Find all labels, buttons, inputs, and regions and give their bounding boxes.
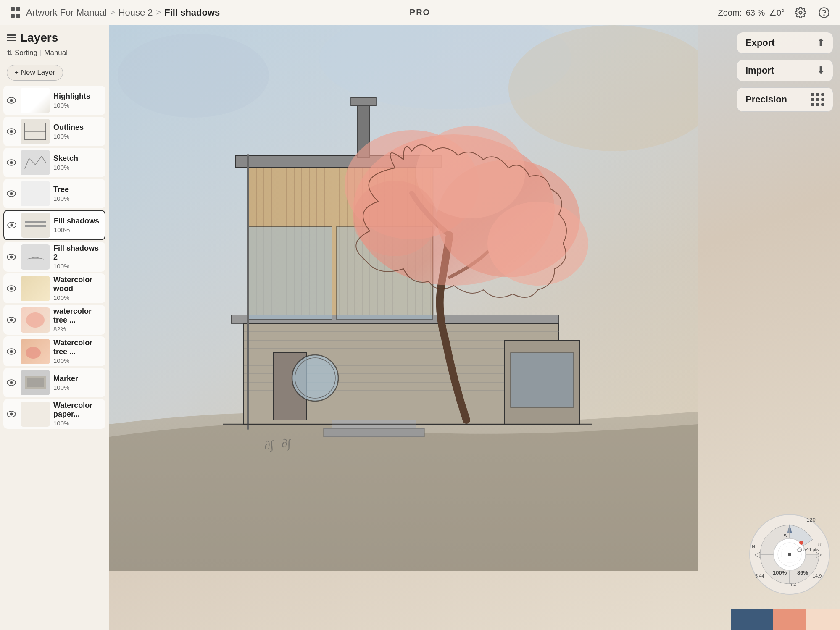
layer-thumb-highlights [21, 88, 50, 113]
svg-text:86%: 86% [797, 570, 808, 576]
settings-button[interactable] [793, 5, 808, 20]
layer-name-watercolor-tree-2: Watercolor tree ... [53, 339, 103, 356]
wheel-label-544: 5.44 [755, 573, 764, 578]
layer-thumb-fill-shadows [21, 213, 50, 238]
layer-item-watercolor-tree[interactable]: watercolor tree ... 82% [3, 305, 105, 335]
svg-point-14 [11, 224, 13, 227]
layer-name-sketch: Sketch [53, 154, 78, 163]
svg-point-6 [10, 130, 13, 133]
svg-point-102 [799, 541, 803, 545]
sidebar-header: Layers [0, 25, 109, 45]
layer-thumb-outlines [21, 119, 50, 144]
layer-opacity-watercolor-wood: 100% [53, 294, 103, 301]
color-swatches [731, 609, 840, 630]
layer-info-watercolor-tree-2: Watercolor tree ... 100% [53, 339, 103, 364]
precision-dots-icon [811, 93, 824, 106]
header-left: Artwork For Manual > House 2 > Fill shad… [8, 6, 718, 19]
eye-button-watercolor-tree-2[interactable] [5, 346, 17, 357]
eye-icon [7, 97, 16, 104]
sorting-label: Sorting [15, 49, 37, 57]
layer-thumb-watercolor-wood [21, 276, 50, 301]
layer-thumb-watercolor-tree-2 [21, 339, 50, 364]
eye-icon [7, 379, 16, 386]
eye-button-highlights[interactable] [5, 94, 17, 106]
svg-point-28 [10, 381, 13, 384]
hamburger-menu[interactable] [7, 34, 16, 41]
layer-opacity-tree: 100% [53, 195, 69, 202]
svg-point-87 [487, 202, 588, 286]
help-button[interactable] [816, 5, 832, 20]
layer-item-marker[interactable]: Marker 100% [3, 368, 105, 397]
eye-button-watercolor-paper[interactable] [5, 408, 17, 420]
sorting-divider: | [40, 49, 42, 57]
export-button[interactable]: Export ⬆ [737, 32, 833, 54]
eye-button-outlines[interactable] [5, 126, 17, 137]
layer-info-marker: Marker 100% [53, 374, 78, 391]
svg-text:∂∫: ∂∫ [282, 437, 292, 451]
layer-info-highlights: Highlights 100% [53, 92, 90, 109]
import-button[interactable]: Import ⬇ [737, 60, 833, 81]
svg-point-32 [10, 412, 13, 415]
new-layer-button[interactable]: + New Layer [7, 65, 63, 81]
layer-thumb-marker [21, 370, 50, 395]
breadcrumb-sep-1: > [110, 8, 115, 17]
sorting-bar: ⇅ Sorting | Manual [7, 49, 102, 57]
layer-item-fill-shadows-2[interactable]: Fill shadows 2 100% [3, 242, 105, 272]
color-swatch-salmon[interactable] [773, 609, 806, 630]
eye-icon [7, 159, 16, 166]
layer-thumb-tree [21, 181, 50, 206]
color-swatch-peach[interactable] [806, 609, 840, 630]
grid-icon[interactable] [8, 6, 22, 19]
eye-icon [7, 317, 16, 323]
svg-point-4 [10, 99, 13, 102]
sorting-icon: ⇅ [7, 49, 12, 57]
svg-point-18 [10, 255, 13, 258]
eye-icon [7, 411, 16, 417]
eye-button-tree[interactable] [5, 188, 17, 200]
radial-wheel[interactable]: 120 81.1 14.9 4.2 5.44 N [748, 512, 832, 596]
layer-item-highlights[interactable]: Highlights 100% [3, 86, 105, 115]
artwork-svg: ∂∫ ∂∫ [109, 25, 698, 571]
svg-text:.544 pts: .544 pts [802, 547, 819, 552]
layer-item-watercolor-wood[interactable]: Watercolor wood 100% [3, 273, 105, 303]
eye-button-fill-shadows[interactable] [6, 219, 18, 231]
eye-button-marker[interactable] [5, 377, 17, 388]
layer-item-outlines[interactable]: Outlines 100% [3, 117, 105, 146]
layer-opacity-outlines: 100% [53, 133, 84, 140]
layer-opacity-fill-shadows-2: 100% [53, 262, 103, 270]
color-swatch-blue[interactable] [731, 609, 773, 630]
layer-name-marker: Marker [53, 374, 78, 383]
layer-name-watercolor-tree: watercolor tree ... [53, 307, 103, 325]
layer-info-fill-shadows: Fill shadows 100% [54, 217, 99, 234]
layer-item-watercolor-paper[interactable]: Watercolor paper... 100% [3, 399, 105, 429]
layer-info-tree: Tree 100% [53, 185, 69, 202]
eye-button-watercolor-tree[interactable] [5, 314, 17, 326]
wheel-label-n: N [752, 544, 755, 549]
eye-icon [7, 254, 16, 260]
layers-title: Layers [20, 31, 58, 45]
svg-text:◁: ◁ [754, 550, 760, 559]
current-page: Fill shadows [164, 7, 220, 18]
layer-name-fill-shadows-2: Fill shadows 2 [53, 244, 103, 262]
eye-button-fill-shadows-2[interactable] [5, 251, 17, 263]
layer-info-watercolor-wood: Watercolor wood 100% [53, 276, 103, 301]
layer-thumb-sketch [21, 150, 50, 175]
project-link[interactable]: Artwork For Manual [26, 7, 107, 18]
svg-point-26 [26, 347, 41, 359]
layer-opacity-marker: 100% [53, 384, 78, 391]
svg-rect-30 [27, 378, 44, 387]
layer-thumb-watercolor-tree [21, 307, 50, 333]
layer-item-fill-shadows[interactable]: Fill shadows 100% [3, 210, 105, 240]
layer-item-sketch[interactable]: Sketch 100% [3, 148, 105, 177]
layer-item-tree[interactable]: Tree 100% [3, 179, 105, 208]
layer-name-watercolor-wood: Watercolor wood [53, 276, 103, 293]
eye-button-watercolor-wood[interactable] [5, 283, 17, 294]
sorting-mode[interactable]: Manual [44, 49, 68, 57]
precision-button[interactable]: Precision [737, 87, 833, 112]
svg-point-20 [10, 287, 13, 290]
svg-point-80 [292, 355, 338, 401]
folder-link[interactable]: House 2 [118, 7, 153, 18]
right-panel: Export ⬆ Import ⬇ Precision [714, 25, 840, 118]
eye-button-sketch[interactable] [5, 157, 17, 168]
layer-item-watercolor-tree-2[interactable]: Watercolor tree ... 100% [3, 336, 105, 366]
